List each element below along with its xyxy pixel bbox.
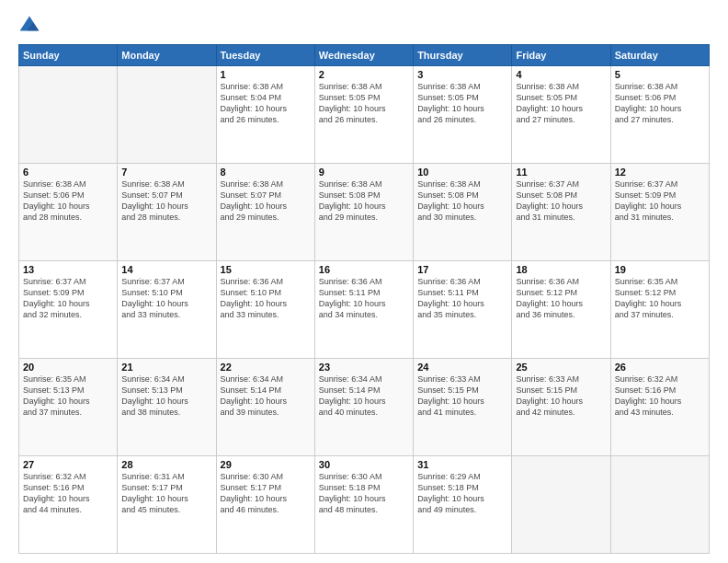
calendar-day-cell: 3Sunrise: 6:38 AM Sunset: 5:05 PM Daylig… <box>414 66 512 164</box>
calendar-day-cell: 27Sunrise: 6:32 AM Sunset: 5:16 PM Dayli… <box>19 456 118 554</box>
calendar-header-tuesday: Tuesday <box>216 45 314 66</box>
day-detail: Sunrise: 6:38 AM Sunset: 5:04 PM Dayligh… <box>221 81 311 126</box>
day-number: 6 <box>23 167 113 178</box>
day-detail: Sunrise: 6:30 AM Sunset: 5:17 PM Dayligh… <box>221 471 311 516</box>
day-number: 21 <box>121 362 211 373</box>
calendar-day-cell: 30Sunrise: 6:30 AM Sunset: 5:18 PM Dayli… <box>314 456 413 554</box>
calendar-day-cell: 5Sunrise: 6:38 AM Sunset: 5:06 PM Daylig… <box>610 66 709 164</box>
calendar-day-cell: 13Sunrise: 6:37 AM Sunset: 5:09 PM Dayli… <box>19 261 118 359</box>
day-detail: Sunrise: 6:38 AM Sunset: 5:06 PM Dayligh… <box>23 178 113 224</box>
calendar-week-row: 1Sunrise: 6:38 AM Sunset: 5:04 PM Daylig… <box>19 66 710 164</box>
day-number: 7 <box>121 167 211 178</box>
calendar-day-cell: 12Sunrise: 6:37 AM Sunset: 5:09 PM Dayli… <box>610 164 709 261</box>
day-number: 24 <box>417 362 507 373</box>
day-number: 11 <box>516 167 606 178</box>
calendar-week-row: 20Sunrise: 6:35 AM Sunset: 5:13 PM Dayli… <box>19 359 710 456</box>
day-number: 19 <box>615 264 705 275</box>
calendar-day-cell <box>19 66 118 164</box>
day-number: 17 <box>417 264 507 275</box>
calendar-day-cell: 6Sunrise: 6:38 AM Sunset: 5:06 PM Daylig… <box>19 164 118 261</box>
calendar-day-cell: 16Sunrise: 6:36 AM Sunset: 5:11 PM Dayli… <box>314 261 413 359</box>
day-number: 13 <box>23 264 113 275</box>
day-detail: Sunrise: 6:37 AM Sunset: 5:08 PM Dayligh… <box>516 178 606 224</box>
calendar-day-cell: 21Sunrise: 6:34 AM Sunset: 5:13 PM Dayli… <box>118 359 216 456</box>
day-detail: Sunrise: 6:38 AM Sunset: 5:05 PM Dayligh… <box>417 81 507 126</box>
day-number: 8 <box>221 167 311 178</box>
calendar-day-cell: 31Sunrise: 6:29 AM Sunset: 5:18 PM Dayli… <box>414 456 512 554</box>
calendar-header-saturday: Saturday <box>610 45 709 66</box>
day-number: 22 <box>221 362 311 373</box>
calendar-week-row: 6Sunrise: 6:38 AM Sunset: 5:06 PM Daylig… <box>19 164 710 261</box>
calendar-header-sunday: Sunday <box>19 45 118 66</box>
calendar-day-cell: 10Sunrise: 6:38 AM Sunset: 5:08 PM Dayli… <box>414 164 512 261</box>
calendar-day-cell: 1Sunrise: 6:38 AM Sunset: 5:04 PM Daylig… <box>216 66 314 164</box>
day-detail: Sunrise: 6:38 AM Sunset: 5:05 PM Dayligh… <box>319 81 409 126</box>
day-number: 16 <box>319 264 409 275</box>
day-detail: Sunrise: 6:37 AM Sunset: 5:09 PM Dayligh… <box>23 276 113 321</box>
day-number: 3 <box>417 69 507 80</box>
calendar-day-cell: 19Sunrise: 6:35 AM Sunset: 5:12 PM Dayli… <box>610 261 709 359</box>
day-number: 4 <box>516 69 606 80</box>
calendar-day-cell <box>512 456 610 554</box>
day-number: 9 <box>319 167 409 178</box>
day-detail: Sunrise: 6:34 AM Sunset: 5:14 PM Dayligh… <box>221 373 311 419</box>
calendar-day-cell: 17Sunrise: 6:36 AM Sunset: 5:11 PM Dayli… <box>414 261 512 359</box>
day-detail: Sunrise: 6:36 AM Sunset: 5:12 PM Dayligh… <box>516 276 606 321</box>
calendar-day-cell: 22Sunrise: 6:34 AM Sunset: 5:14 PM Dayli… <box>216 359 314 456</box>
calendar-day-cell: 2Sunrise: 6:38 AM Sunset: 5:05 PM Daylig… <box>314 66 413 164</box>
day-number: 30 <box>319 459 409 470</box>
logo-icon <box>18 15 40 37</box>
day-detail: Sunrise: 6:34 AM Sunset: 5:14 PM Dayligh… <box>319 373 409 419</box>
calendar-day-cell: 24Sunrise: 6:33 AM Sunset: 5:15 PM Dayli… <box>414 359 512 456</box>
calendar-day-cell: 20Sunrise: 6:35 AM Sunset: 5:13 PM Dayli… <box>19 359 118 456</box>
calendar-week-row: 27Sunrise: 6:32 AM Sunset: 5:16 PM Dayli… <box>19 456 710 554</box>
calendar-header-thursday: Thursday <box>414 45 512 66</box>
day-number: 28 <box>121 459 211 470</box>
calendar-day-cell: 28Sunrise: 6:31 AM Sunset: 5:17 PM Dayli… <box>118 456 216 554</box>
day-number: 14 <box>121 264 211 275</box>
page: SundayMondayTuesdayWednesdayThursdayFrid… <box>0 0 728 563</box>
day-detail: Sunrise: 6:36 AM Sunset: 5:11 PM Dayligh… <box>417 276 507 321</box>
day-detail: Sunrise: 6:34 AM Sunset: 5:13 PM Dayligh… <box>121 373 211 419</box>
calendar-day-cell: 9Sunrise: 6:38 AM Sunset: 5:08 PM Daylig… <box>314 164 413 261</box>
day-detail: Sunrise: 6:38 AM Sunset: 5:07 PM Dayligh… <box>221 178 311 224</box>
calendar-header-monday: Monday <box>118 45 216 66</box>
day-number: 20 <box>23 362 113 373</box>
day-detail: Sunrise: 6:38 AM Sunset: 5:08 PM Dayligh… <box>319 178 409 224</box>
day-detail: Sunrise: 6:33 AM Sunset: 5:15 PM Dayligh… <box>516 373 606 419</box>
day-number: 29 <box>221 459 311 470</box>
day-number: 15 <box>221 264 311 275</box>
calendar-day-cell <box>118 66 216 164</box>
calendar-day-cell: 23Sunrise: 6:34 AM Sunset: 5:14 PM Dayli… <box>314 359 413 456</box>
day-detail: Sunrise: 6:37 AM Sunset: 5:09 PM Dayligh… <box>615 178 705 224</box>
calendar-day-cell: 25Sunrise: 6:33 AM Sunset: 5:15 PM Dayli… <box>512 359 610 456</box>
day-number: 10 <box>417 167 507 178</box>
day-detail: Sunrise: 6:36 AM Sunset: 5:11 PM Dayligh… <box>319 276 409 321</box>
day-detail: Sunrise: 6:37 AM Sunset: 5:10 PM Dayligh… <box>121 276 211 321</box>
calendar-day-cell: 18Sunrise: 6:36 AM Sunset: 5:12 PM Dayli… <box>512 261 610 359</box>
day-number: 26 <box>615 362 705 373</box>
day-detail: Sunrise: 6:38 AM Sunset: 5:08 PM Dayligh… <box>417 178 507 224</box>
day-detail: Sunrise: 6:38 AM Sunset: 5:07 PM Dayligh… <box>121 178 211 224</box>
calendar-header-wednesday: Wednesday <box>314 45 413 66</box>
day-detail: Sunrise: 6:38 AM Sunset: 5:06 PM Dayligh… <box>615 81 705 126</box>
day-number: 31 <box>417 459 507 470</box>
calendar-day-cell: 14Sunrise: 6:37 AM Sunset: 5:10 PM Dayli… <box>118 261 216 359</box>
day-detail: Sunrise: 6:32 AM Sunset: 5:16 PM Dayligh… <box>23 471 113 516</box>
calendar-day-cell: 26Sunrise: 6:32 AM Sunset: 5:16 PM Dayli… <box>610 359 709 456</box>
day-number: 25 <box>516 362 606 373</box>
day-detail: Sunrise: 6:33 AM Sunset: 5:15 PM Dayligh… <box>417 373 507 419</box>
calendar-table: SundayMondayTuesdayWednesdayThursdayFrid… <box>18 44 710 554</box>
logo <box>18 15 46 37</box>
day-number: 27 <box>23 459 113 470</box>
day-detail: Sunrise: 6:35 AM Sunset: 5:12 PM Dayligh… <box>615 276 705 321</box>
day-number: 5 <box>615 69 705 80</box>
calendar-week-row: 13Sunrise: 6:37 AM Sunset: 5:09 PM Dayli… <box>19 261 710 359</box>
day-detail: Sunrise: 6:38 AM Sunset: 5:05 PM Dayligh… <box>516 81 606 126</box>
calendar-day-cell: 8Sunrise: 6:38 AM Sunset: 5:07 PM Daylig… <box>216 164 314 261</box>
day-detail: Sunrise: 6:29 AM Sunset: 5:18 PM Dayligh… <box>417 471 507 516</box>
day-detail: Sunrise: 6:30 AM Sunset: 5:18 PM Dayligh… <box>319 471 409 516</box>
day-number: 2 <box>319 69 409 80</box>
calendar-header-friday: Friday <box>512 45 610 66</box>
calendar-day-cell: 15Sunrise: 6:36 AM Sunset: 5:10 PM Dayli… <box>216 261 314 359</box>
